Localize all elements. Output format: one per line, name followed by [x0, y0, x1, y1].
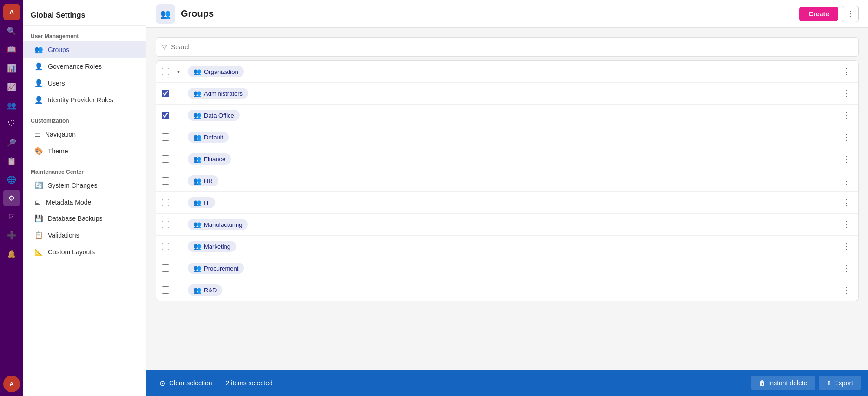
section-maintenance: Maintenance Center [23, 165, 146, 177]
org-more-button[interactable]: ⋮ [841, 66, 853, 78]
settings-icon[interactable]: ⚙ [3, 190, 20, 206]
manufacturing-chip[interactable]: 👥 Manufacturing [188, 219, 248, 230]
hr-checkbox[interactable] [162, 177, 169, 185]
org-chip-icon: 👥 [193, 68, 201, 75]
users-nav-icon[interactable]: 👥 [3, 97, 20, 113]
manufacturing-checkbox[interactable] [162, 221, 169, 228]
finance-chip[interactable]: 👥 Finance [188, 153, 231, 165]
sidebar-item-validations-label: Validations [48, 231, 79, 239]
sidebar-item-governance-roles-label: Governance Roles [48, 63, 102, 70]
table-row: 👥 Marketing ⋮ [156, 236, 858, 257]
header-actions: Create ⋮ [799, 6, 859, 22]
create-button[interactable]: Create [799, 7, 838, 21]
table-row: 👥 Data Office ⋮ [156, 105, 858, 126]
user-avatar[interactable]: A [3, 376, 20, 392]
procurement-label: Procurement [204, 265, 238, 272]
sidebar-item-metadata-model-label: Metadata Model [46, 198, 92, 206]
sidebar-item-governance-roles[interactable]: 👤 Governance Roles [23, 58, 146, 75]
finance-more-button[interactable]: ⋮ [841, 153, 853, 165]
search2-icon[interactable]: 🔎 [3, 134, 20, 151]
reports-icon[interactable]: 📊 [3, 59, 20, 76]
data-office-more-button[interactable]: ⋮ [841, 109, 853, 121]
search-bar: ▽ [156, 37, 859, 57]
instant-delete-button[interactable]: 🗑 Instant delete [751, 376, 815, 390]
rnd-checkbox[interactable] [162, 286, 169, 294]
it-checkbox[interactable] [162, 199, 169, 206]
search-nav-icon[interactable]: 🔍 [3, 22, 20, 39]
sidebar-item-theme[interactable]: 🎨 Theme [23, 143, 146, 159]
export-button[interactable]: ⬆ Export [819, 376, 861, 390]
sidebar-item-system-changes[interactable]: 🔄 System Changes [23, 177, 146, 194]
admin-label: Administrators [204, 90, 243, 97]
sidebar-item-theme-label: Theme [48, 147, 68, 155]
system-changes-icon: 🔄 [34, 181, 43, 190]
marketing-checkbox[interactable] [162, 243, 169, 250]
table-row: 👥 IT ⋮ [156, 192, 858, 214]
governance-roles-icon: 👤 [34, 62, 43, 71]
table-row: 👥 Default ⋮ [156, 126, 858, 148]
sidebar-item-navigation[interactable]: ☰ Navigation [23, 126, 146, 143]
marketing-more-button[interactable]: ⋮ [841, 240, 853, 252]
data-office-chip[interactable]: 👥 Data Office [188, 110, 240, 121]
admin-checkbox[interactable] [162, 90, 169, 97]
org-checkbox[interactable] [162, 68, 169, 75]
finance-checkbox[interactable] [162, 155, 169, 163]
sidebar-item-database-backups[interactable]: 💾 Database Backups [23, 210, 146, 227]
checkbox-icon[interactable]: ☑ [3, 208, 20, 225]
catalog-icon[interactable]: 📖 [3, 41, 20, 58]
sidebar-item-users[interactable]: 👤 Users [23, 75, 146, 92]
sidebar-title: Global Settings [23, 7, 146, 26]
procurement-chip-icon: 👥 [193, 264, 201, 272]
it-label: IT [204, 199, 210, 206]
default-chip[interactable]: 👥 Default [188, 132, 229, 143]
more-options-button[interactable]: ⋮ [842, 6, 859, 22]
manufacturing-more-button[interactable]: ⋮ [841, 218, 853, 231]
rnd-label: R&D [204, 287, 217, 294]
sidebar-item-custom-layouts[interactable]: 📐 Custom Layouts [23, 244, 146, 260]
sidebar-item-validations[interactable]: 📋 Validations [23, 227, 146, 244]
admin-chip[interactable]: 👥 Administrators [188, 88, 248, 99]
it-chip[interactable]: 👥 IT [188, 197, 215, 208]
selected-count-label: 2 items selected [226, 379, 744, 387]
procurement-more-button[interactable]: ⋮ [841, 262, 853, 274]
groups-icon: 👥 [34, 46, 43, 54]
clear-selection-button[interactable]: ⊙ Clear selection [154, 375, 218, 391]
main-content: 👥 Groups Create ⋮ ▽ ▼ 👥 Organization [146, 0, 868, 396]
validations-icon: 📋 [34, 231, 43, 239]
analytics-icon[interactable]: 📈 [3, 78, 20, 95]
admin-more-button[interactable]: ⋮ [841, 87, 853, 99]
sidebar-item-groups[interactable]: 👥 Groups [23, 41, 146, 58]
sidebar-item-metadata-model[interactable]: 🗂 Metadata Model [23, 194, 146, 210]
procurement-chip[interactable]: 👥 Procurement [188, 263, 244, 274]
export-icon: ⬆ [826, 379, 832, 387]
marketing-chip[interactable]: 👥 Marketing [188, 241, 236, 252]
hr-chip[interactable]: 👥 HR [188, 175, 218, 186]
table-row: 👥 HR ⋮ [156, 170, 858, 192]
section-customization: Customization [23, 114, 146, 126]
clear-circle-icon: ⊙ [159, 379, 165, 388]
shield-icon[interactable]: 🛡 [3, 115, 20, 132]
rnd-chip[interactable]: 👥 R&D [188, 284, 222, 296]
procurement-checkbox[interactable] [162, 264, 169, 272]
sidebar-item-identity-provider-roles[interactable]: 👤 Identity Provider Roles [23, 92, 146, 108]
default-more-button[interactable]: ⋮ [841, 131, 853, 143]
action-buttons: 🗑 Instant delete ⬆ Export [751, 376, 861, 390]
data-office-checkbox[interactable] [162, 112, 169, 119]
globe-icon[interactable]: 🌐 [3, 171, 20, 188]
sidebar-item-navigation-label: Navigation [45, 131, 76, 138]
content-area: ▽ ▼ 👥 Organization ⋮ 👥 [146, 28, 868, 396]
marketing-label: Marketing [204, 243, 230, 250]
hr-more-button[interactable]: ⋮ [841, 175, 853, 187]
it-more-button[interactable]: ⋮ [841, 197, 853, 209]
page-title: Groups [181, 8, 214, 19]
org-chip[interactable]: 👥 Organization [188, 66, 244, 77]
rnd-more-button[interactable]: ⋮ [841, 284, 853, 296]
expand-icon[interactable]: ▼ [174, 67, 183, 76]
list-icon[interactable]: 📋 [3, 152, 20, 169]
logo-icon[interactable]: A [3, 4, 20, 20]
bell-icon[interactable]: 🔔 [3, 245, 20, 262]
default-checkbox[interactable] [162, 133, 169, 141]
plus-icon[interactable]: ➕ [3, 227, 20, 244]
search-input[interactable] [171, 43, 853, 51]
manufacturing-chip-icon: 👥 [193, 221, 201, 228]
